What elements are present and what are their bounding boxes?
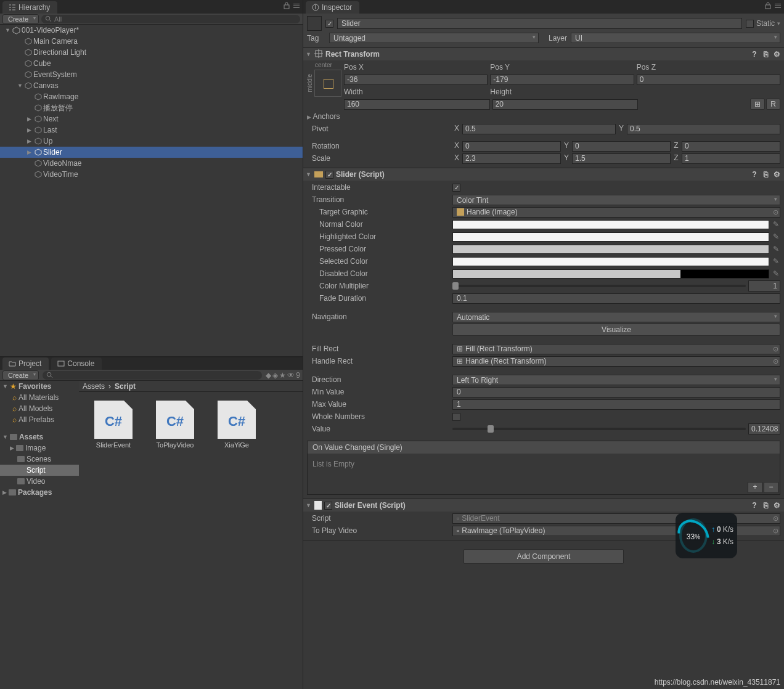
add-event-button[interactable]: +: [748, 482, 762, 493]
hidden-icon[interactable]: 👁9: [287, 371, 300, 380]
visualize-button[interactable]: Visualize: [452, 324, 780, 336]
lock-icon[interactable]: [764, 2, 772, 9]
eyedropper-icon[interactable]: ✎: [772, 269, 780, 278]
min-value-input[interactable]: [452, 387, 780, 398]
asset-item[interactable]: C#SliderEvent: [91, 401, 136, 449]
disabled-color-field[interactable]: [452, 269, 769, 279]
hierarchy-item[interactable]: 播放暂停: [0, 102, 303, 113]
favorites-item[interactable]: ⌕All Materials: [0, 392, 79, 403]
filter-icon[interactable]: ◆: [266, 371, 271, 380]
fill-rect-field[interactable]: ⊞Fill (Rect Transform): [452, 344, 780, 354]
project-tab[interactable]: Project: [2, 357, 49, 370]
hierarchy-item[interactable]: Directional Light: [0, 47, 303, 58]
fold-icon[interactable]: [306, 171, 312, 177]
assets-folder-selected[interactable]: Script: [0, 465, 79, 476]
packages-root[interactable]: ▶Packages: [0, 487, 79, 498]
scale-y-input[interactable]: [572, 153, 671, 164]
inspector-tab[interactable]: i Inspector: [306, 1, 359, 14]
help-icon[interactable]: ?: [749, 49, 759, 59]
hierarchy-create-button[interactable]: Create: [2, 14, 39, 24]
favorites-item[interactable]: ⌕All Prefabs: [0, 414, 79, 425]
blueprint-mode-button[interactable]: ⊞: [750, 99, 765, 110]
expand-arrow-icon[interactable]: [17, 83, 23, 89]
project-create-button[interactable]: Create: [2, 370, 39, 380]
remove-event-button[interactable]: −: [764, 482, 778, 493]
gear-icon[interactable]: ⚙: [772, 169, 782, 179]
width-input[interactable]: [344, 99, 490, 110]
preset-icon[interactable]: ⎘: [761, 500, 770, 510]
preset-icon[interactable]: ⎘: [761, 49, 770, 59]
scale-z-input[interactable]: [682, 153, 780, 164]
label-icon[interactable]: ◈: [272, 371, 278, 380]
expand-arrow-icon[interactable]: [27, 138, 33, 144]
static-checkbox[interactable]: [746, 20, 754, 28]
component-enabled-checkbox[interactable]: [325, 171, 333, 179]
add-component-button[interactable]: Add Component: [463, 549, 624, 564]
pos-z-input[interactable]: [637, 75, 780, 85]
interactable-checkbox[interactable]: [452, 184, 460, 192]
fold-icon[interactable]: [306, 502, 312, 508]
hierarchy-item[interactable]: Cube: [0, 58, 303, 69]
context-menu-icon[interactable]: [774, 2, 782, 9]
hierarchy-item[interactable]: RawImage: [0, 91, 303, 102]
asset-item[interactable]: C#ToPlayVideo: [153, 401, 197, 449]
handle-rect-field[interactable]: ⊞Handle (Rect Transform): [452, 356, 780, 367]
project-search[interactable]: [43, 371, 262, 380]
hierarchy-item[interactable]: Up: [0, 136, 303, 147]
target-graphic-field[interactable]: Handle (Image): [452, 207, 780, 218]
highlighted-color-field[interactable]: [452, 232, 769, 242]
asset-item[interactable]: C#XiaYiGe: [214, 401, 259, 449]
expand-arrow-icon[interactable]: [5, 27, 11, 33]
direction-dropdown[interactable]: Left To Right: [452, 375, 780, 385]
hierarchy-search[interactable]: [41, 15, 300, 23]
breadcrumb-current[interactable]: Script: [115, 382, 136, 391]
gameobject-icon[interactable]: [307, 16, 322, 31]
max-value-input[interactable]: [452, 399, 780, 410]
static-dropdown[interactable]: Static: [746, 19, 780, 28]
gameobject-active-checkbox[interactable]: [325, 20, 333, 28]
component-enabled-checkbox[interactable]: [324, 502, 332, 510]
expand-arrow-icon[interactable]: [27, 116, 33, 122]
hierarchy-item[interactable]: Last: [0, 124, 303, 136]
transition-dropdown[interactable]: Color Tint: [452, 195, 780, 205]
favorites-root[interactable]: ▼★Favorites: [0, 381, 79, 392]
height-input[interactable]: [492, 99, 639, 110]
eyedropper-icon[interactable]: ✎: [772, 220, 780, 229]
help-icon[interactable]: ?: [749, 500, 759, 510]
rot-x-input[interactable]: [462, 141, 561, 152]
value-slider[interactable]: [452, 428, 746, 430]
pivot-x-input[interactable]: [462, 124, 616, 134]
hierarchy-tab[interactable]: Hierarchy: [2, 1, 57, 14]
layer-dropdown[interactable]: UI: [571, 33, 780, 43]
whole-numbers-checkbox[interactable]: [452, 413, 460, 421]
pos-x-input[interactable]: [344, 75, 488, 85]
gear-icon[interactable]: ⚙: [772, 500, 782, 510]
scene-row[interactable]: 001-VideoPlayer*: [0, 25, 303, 36]
hierarchy-item[interactable]: Main Camera: [0, 36, 303, 47]
fold-icon[interactable]: [306, 51, 312, 57]
scale-x-input[interactable]: [462, 153, 561, 164]
gear-icon[interactable]: ⚙: [772, 49, 782, 59]
hierarchy-item-selected[interactable]: Slider: [0, 147, 303, 158]
pivot-y-input[interactable]: [627, 124, 780, 134]
lock-icon[interactable]: [283, 2, 290, 9]
hierarchy-item[interactable]: EventSystem: [0, 69, 303, 80]
assets-folder[interactable]: ▶Image: [0, 442, 79, 454]
eyedropper-icon[interactable]: ✎: [772, 232, 780, 241]
hierarchy-item[interactable]: VideoTime: [0, 169, 303, 180]
hierarchy-item[interactable]: Next: [0, 113, 303, 124]
hierarchy-search-input[interactable]: [54, 15, 296, 23]
fade-duration-input[interactable]: [452, 293, 780, 304]
rot-y-input[interactable]: [572, 141, 671, 152]
star-icon[interactable]: ★: [279, 371, 286, 380]
expand-arrow-icon[interactable]: [27, 149, 33, 155]
pos-y-input[interactable]: [490, 75, 634, 85]
rot-z-input[interactable]: [682, 141, 780, 152]
console-tab[interactable]: Console: [51, 357, 102, 370]
color-multiplier-slider[interactable]: [452, 285, 746, 287]
help-icon[interactable]: ?: [749, 169, 759, 179]
hierarchy-item[interactable]: Canvas: [0, 80, 303, 91]
project-search-input[interactable]: [55, 372, 258, 379]
context-menu-icon[interactable]: [293, 2, 300, 9]
hierarchy-item[interactable]: VideoNmae: [0, 158, 303, 169]
